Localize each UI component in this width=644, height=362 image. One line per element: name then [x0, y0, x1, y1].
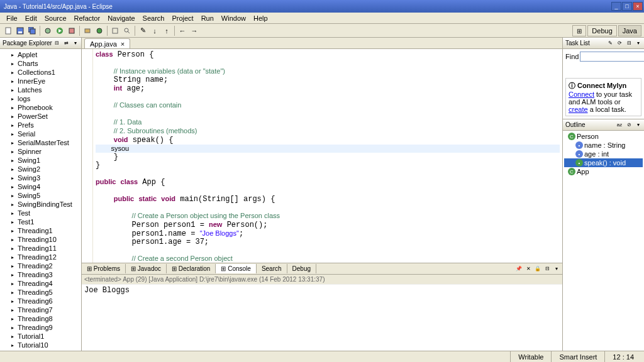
new-icon[interactable] [3, 25, 14, 36]
outline-item[interactable]: C App [564, 167, 643, 176]
tree-item[interactable]: ▸Threading10 [1, 235, 80, 244]
task-menu-icon[interactable]: ▾ [634, 39, 643, 48]
task-new-icon[interactable]: ✎ [606, 39, 614, 48]
tree-item[interactable]: ▸Threading11 [1, 244, 80, 253]
editor-tab-app[interactable]: App.java × [84, 38, 130, 48]
maximize-button[interactable]: □ [622, 2, 632, 11]
package-explorer-tree[interactable]: ▸Applet▸Charts▸Collections1▸InnerEye▸Lat… [0, 49, 81, 351]
open-type-icon[interactable] [109, 25, 121, 36]
tree-item[interactable]: ▸PowerSet [1, 112, 80, 121]
task-find-input[interactable] [580, 52, 644, 62]
menu-file[interactable]: File [3, 13, 21, 23]
tree-item[interactable]: ▸Tutorial10 [1, 341, 80, 349]
tree-item[interactable]: ▸Swing5 [1, 191, 80, 200]
minimize-button[interactable]: _ [611, 2, 621, 11]
tree-item[interactable]: ▸Serial [1, 129, 80, 138]
outline-item[interactable]: • name : String [564, 141, 643, 150]
console-clear-icon[interactable]: ✕ [524, 265, 533, 273]
menu-run[interactable]: Run [197, 13, 218, 23]
outline-filter-icon[interactable]: ⊘ [625, 121, 633, 129]
tree-item[interactable]: ▸Prefs [1, 121, 80, 129]
tree-item[interactable]: ▸Swing3 [1, 173, 80, 182]
tree-item[interactable]: ▸Latches [1, 85, 80, 94]
forward-icon[interactable]: → [189, 25, 200, 36]
tree-item[interactable]: ▸logs [1, 94, 80, 103]
tree-item[interactable]: ▸Threading8 [1, 314, 80, 323]
prev-annotation-icon[interactable]: ↑ [161, 25, 172, 36]
tree-item[interactable]: ▸SerialMasterTest [1, 138, 80, 147]
tree-item[interactable]: ▸Spinner [1, 147, 80, 156]
console-remove-icon[interactable]: ⊟ [543, 265, 552, 273]
mylyn-create-link[interactable]: create [569, 106, 588, 113]
tree-item[interactable]: ▸Threading5 [1, 288, 80, 297]
menu-window[interactable]: Window [218, 13, 250, 23]
code-editor[interactable]: class Person { // Instance variables (da… [82, 49, 562, 263]
run-icon[interactable] [54, 25, 65, 36]
java-perspective-button[interactable]: Java [618, 25, 641, 36]
tree-item[interactable]: ▸Threading2 [1, 261, 80, 270]
tree-item[interactable]: ▸Threading1 [1, 226, 80, 235]
outline-item[interactable]: • age : int [564, 150, 643, 158]
task-collapse-icon[interactable]: ⊟ [625, 39, 633, 48]
view-tab-console[interactable]: ⊞ Console [216, 264, 256, 273]
outline-sort-icon[interactable]: az [615, 121, 624, 129]
tree-item[interactable]: ▸Threading9 [1, 323, 80, 332]
collapse-all-icon[interactable]: ⊟ [52, 39, 61, 48]
mylyn-connect-link[interactable]: Connect [569, 90, 594, 98]
view-tab-declaration[interactable]: ⊞ Declaration [167, 264, 216, 273]
toggle-mark-icon[interactable]: ✎ [137, 25, 148, 36]
debug-perspective-button[interactable]: Debug [587, 25, 616, 36]
menu-edit[interactable]: Edit [21, 13, 41, 23]
close-tab-icon[interactable]: × [121, 40, 125, 48]
outline-item[interactable]: • speak() : void [564, 158, 643, 167]
view-tab-problems[interactable]: ⊞ Problems [82, 264, 126, 273]
tree-item[interactable]: ▸Tutorial1 [1, 332, 80, 341]
tree-item[interactable]: ▸Threading3 [1, 270, 80, 279]
close-button[interactable]: × [633, 2, 643, 11]
debug-icon[interactable] [42, 25, 53, 36]
outline-menu-icon[interactable]: ▾ [634, 121, 643, 129]
next-annotation-icon[interactable]: ↓ [149, 25, 160, 36]
save-all-icon[interactable] [26, 25, 38, 36]
new-class-icon[interactable] [94, 25, 105, 36]
save-icon[interactable] [14, 25, 26, 36]
view-menu-icon[interactable]: ▾ [71, 39, 80, 48]
view-tab-search[interactable]: Search [257, 264, 287, 273]
outline-item[interactable]: C Person [564, 132, 643, 141]
tree-item[interactable]: ▸Threading7 [1, 305, 80, 314]
tree-item[interactable]: ▸Applet [1, 50, 80, 59]
menu-help[interactable]: Help [250, 13, 272, 23]
tree-item[interactable]: ▸Phonebook [1, 103, 80, 112]
new-package-icon[interactable] [82, 25, 93, 36]
tree-item[interactable]: ▸Test [1, 209, 80, 217]
tree-item[interactable]: ▸Threading6 [1, 297, 80, 305]
menu-navigate[interactable]: Navigate [104, 13, 138, 23]
back-icon[interactable]: ← [177, 25, 188, 36]
tree-item[interactable]: ▸Swing2 [1, 165, 80, 173]
open-perspective-button[interactable]: ⊞ [572, 25, 586, 36]
tree-item[interactable]: ▸Threading4 [1, 279, 80, 288]
menu-search[interactable]: Search [139, 13, 169, 23]
tree-item[interactable]: ▸Swing4 [1, 182, 80, 191]
run-last-icon[interactable] [66, 25, 77, 36]
console-pin-icon[interactable]: 📌 [514, 265, 523, 273]
tree-item[interactable]: ▸Collections1 [1, 68, 80, 77]
view-tab-debug[interactable]: Debug [287, 264, 316, 273]
menu-source[interactable]: Source [41, 13, 70, 23]
search-icon[interactable] [121, 25, 133, 36]
console-scroll-lock-icon[interactable]: 🔒 [533, 265, 542, 273]
task-sync-icon[interactable]: ⟳ [615, 39, 624, 48]
tree-item[interactable]: ▸Test1 [1, 217, 80, 226]
tree-item[interactable]: ▸Threading12 [1, 253, 80, 261]
tree-item[interactable]: ▸Swing1 [1, 156, 80, 165]
menu-refactor[interactable]: Refactor [70, 13, 104, 23]
link-editor-icon[interactable]: ⇄ [62, 39, 70, 48]
outline-tree[interactable]: C Person• name : String• age : int• spea… [563, 131, 644, 351]
tree-item[interactable]: ▸InnerEye [1, 77, 80, 85]
tree-item[interactable]: ▸Charts [1, 59, 80, 68]
console-menu-icon[interactable]: ▾ [552, 265, 561, 273]
view-tab-javadoc[interactable]: ⊞ Javadoc [126, 264, 167, 273]
tree-item[interactable]: ▸SwingBindingTest [1, 200, 80, 209]
code-area[interactable]: class Person { // Instance variables (da… [93, 49, 562, 263]
menu-project[interactable]: Project [168, 13, 197, 23]
